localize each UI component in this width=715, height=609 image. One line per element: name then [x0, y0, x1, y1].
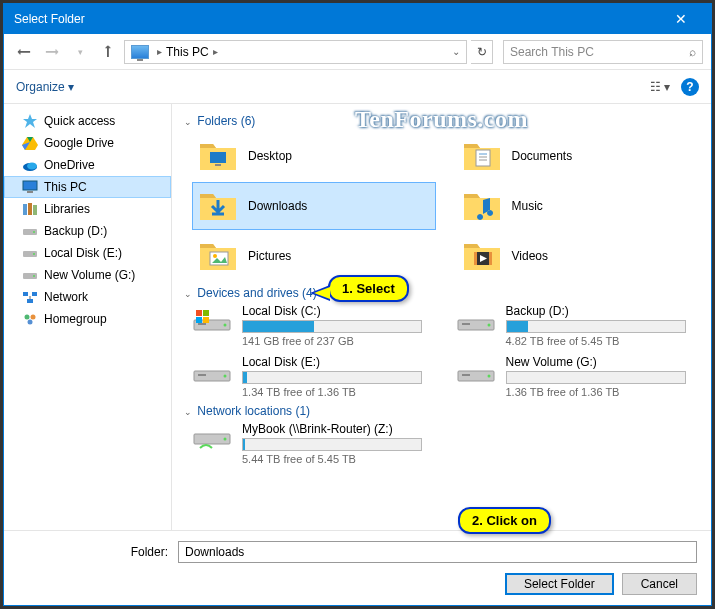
navigation-pane: Quick accessGoogle DriveOneDriveThis PCL…: [4, 104, 172, 530]
sidebar-item-label: Homegroup: [44, 312, 107, 326]
sidebar-item-libraries[interactable]: Libraries: [4, 198, 171, 220]
sidebar-item-label: OneDrive: [44, 158, 95, 172]
select-folder-button[interactable]: Select Folder: [505, 573, 614, 595]
svg-point-16: [33, 275, 35, 277]
view-options-button[interactable]: ☷ ▾: [647, 76, 673, 98]
drive-free-text: 4.82 TB free of 5.45 TB: [506, 335, 700, 347]
svg-point-23: [28, 320, 33, 325]
drive-usage-bar: [242, 371, 422, 384]
svg-rect-10: [33, 205, 37, 215]
sidebar-item-this-pc[interactable]: This PC: [4, 176, 171, 198]
sidebar-item-quick-access[interactable]: Quick access: [4, 110, 171, 132]
network-section-header[interactable]: ⌄ Network locations (1): [184, 398, 699, 422]
drive-label: Local Disk (E:): [242, 355, 436, 369]
folder-pictures[interactable]: Pictures: [192, 232, 436, 280]
folder-label: Documents: [512, 149, 573, 163]
svg-rect-39: [196, 310, 202, 316]
svg-point-50: [487, 375, 490, 378]
annotation-1: 1. Select: [328, 275, 409, 302]
up-button[interactable]: 🠕: [96, 40, 120, 64]
svg-point-22: [31, 315, 36, 320]
svg-point-44: [487, 324, 490, 327]
drive-label: New Volume (G:): [506, 355, 700, 369]
cancel-button[interactable]: Cancel: [622, 573, 697, 595]
navigation-bar: 🠔 🠖 ▾ 🠕 ▸ This PC ▸ ⌄ ↻ Search This PC ⌕: [4, 34, 711, 70]
drive-backup-d-[interactable]: Backup (D:)4.82 TB free of 5.45 TB: [456, 304, 700, 347]
sidebar-item-google-drive[interactable]: Google Drive: [4, 132, 171, 154]
drive-usage-bar: [242, 320, 422, 333]
chevron-right-icon: ▸: [213, 46, 218, 57]
sidebar-item-new-volume-g-[interactable]: New Volume (G:): [4, 264, 171, 286]
drive-usage-bar: [506, 371, 686, 384]
sidebar-item-label: Libraries: [44, 202, 90, 216]
select-folder-dialog: Select Folder ✕ 🠔 🠖 ▾ 🠕 ▸ This PC ▸ ⌄ ↻ …: [3, 3, 712, 606]
svg-rect-7: [27, 191, 33, 193]
folder-downloads[interactable]: Downloads1. Select: [192, 182, 436, 230]
sidebar-item-label: New Volume (G:): [44, 268, 135, 282]
forward-button[interactable]: 🠖: [40, 40, 64, 64]
svg-rect-6: [23, 181, 37, 190]
refresh-button[interactable]: ↻: [471, 40, 493, 64]
folder-label: Desktop: [248, 149, 292, 163]
history-dropdown[interactable]: ▾: [68, 40, 92, 64]
window-title: Select Folder: [14, 12, 661, 26]
chevron-down-icon: ⌄: [184, 407, 194, 417]
organize-button[interactable]: Organize ▾: [16, 80, 74, 94]
chevron-right-icon: ▸: [157, 46, 162, 57]
help-button[interactable]: ?: [681, 78, 699, 96]
sidebar-item-label: Network: [44, 290, 88, 304]
search-input[interactable]: Search This PC ⌕: [503, 40, 703, 64]
svg-rect-26: [476, 150, 490, 166]
svg-rect-17: [23, 292, 28, 296]
svg-point-53: [224, 438, 227, 441]
sidebar-item-onedrive[interactable]: OneDrive: [4, 154, 171, 176]
pc-icon: [131, 45, 149, 59]
address-bar[interactable]: ▸ This PC ▸ ⌄: [124, 40, 467, 64]
drives-section-header[interactable]: ⌄ Devices and drives (4): [184, 280, 699, 304]
search-placeholder: Search This PC: [510, 45, 689, 59]
drive-local-disk-c-[interactable]: Local Disk (C:)141 GB free of 237 GB: [192, 304, 436, 347]
svg-point-21: [25, 315, 30, 320]
drive-label: Local Disk (C:): [242, 304, 436, 318]
svg-point-5: [27, 163, 37, 170]
chevron-down-icon: ⌄: [184, 289, 194, 299]
svg-rect-41: [196, 317, 202, 323]
sidebar-item-label: Google Drive: [44, 136, 114, 150]
sidebar-item-network[interactable]: Network: [4, 286, 171, 308]
svg-point-47: [224, 375, 227, 378]
close-button[interactable]: ✕: [661, 11, 701, 27]
folder-videos[interactable]: Videos: [456, 232, 700, 280]
folder-name-input[interactable]: [178, 541, 697, 563]
folders-section-header[interactable]: ⌄ Folders (6): [184, 108, 699, 132]
folder-label: Pictures: [248, 249, 291, 263]
dropdown-icon[interactable]: ⌄: [452, 46, 460, 57]
folder-music[interactable]: Music: [456, 182, 700, 230]
sidebar-item-label: Quick access: [44, 114, 115, 128]
sidebar-item-label: This PC: [44, 180, 87, 194]
sidebar-item-local-disk-e-[interactable]: Local Disk (E:): [4, 242, 171, 264]
titlebar[interactable]: Select Folder ✕: [4, 4, 711, 34]
back-button[interactable]: 🠔: [12, 40, 36, 64]
dialog-footer: 2. Click on Folder: Select Folder Cancel: [4, 530, 711, 605]
folder-documents[interactable]: Documents: [456, 132, 700, 180]
drive-mybook-brink-router-z-[interactable]: MyBook (\\Brink-Router) (Z:)5.44 TB free…: [192, 422, 436, 465]
sidebar-item-backup-d-[interactable]: Backup (D:): [4, 220, 171, 242]
drive-new-volume-g-[interactable]: New Volume (G:)1.36 TB free of 1.36 TB: [456, 355, 700, 398]
search-icon: ⌕: [689, 45, 696, 59]
sidebar-item-label: Local Disk (E:): [44, 246, 122, 260]
svg-rect-51: [462, 374, 470, 376]
svg-rect-33: [474, 252, 477, 265]
svg-marker-0: [23, 114, 37, 128]
sidebar-item-homegroup[interactable]: Homegroup: [4, 308, 171, 330]
svg-rect-8: [23, 204, 27, 215]
drive-local-disk-e-[interactable]: Local Disk (E:)1.34 TB free of 1.36 TB: [192, 355, 436, 398]
drive-free-text: 5.44 TB free of 5.45 TB: [242, 453, 436, 465]
sidebar-item-label: Backup (D:): [44, 224, 107, 238]
svg-point-14: [33, 253, 35, 255]
svg-point-37: [224, 324, 227, 327]
folder-desktop[interactable]: Desktop: [192, 132, 436, 180]
svg-rect-34: [489, 252, 492, 265]
svg-rect-9: [28, 203, 32, 215]
drive-usage-bar: [506, 320, 686, 333]
content-pane: TenForums.com ⌄ Folders (6) DesktopDocum…: [172, 104, 711, 530]
